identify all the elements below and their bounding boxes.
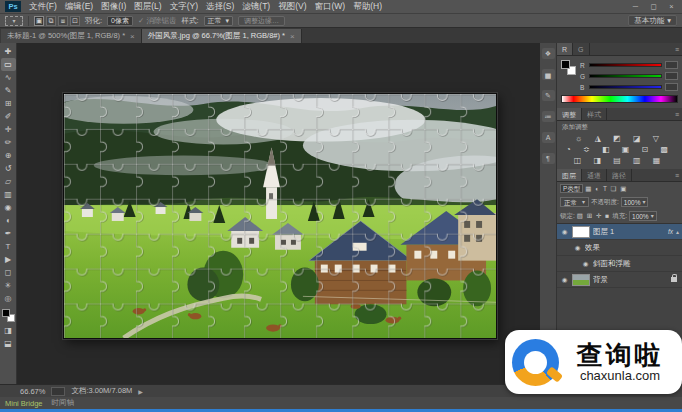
panel-menu-icon[interactable]: ≡	[675, 43, 682, 55]
zoom-tool[interactable]: ◎	[1, 292, 16, 305]
workspace-switcher[interactable]: 基本功能 ▾	[628, 15, 677, 26]
blue-value-box[interactable]	[665, 83, 678, 91]
tab-layers[interactable]: 图层	[557, 169, 582, 181]
path-selection-tool[interactable]: ▶	[1, 253, 16, 266]
brush-panel-icon[interactable]: ✎	[542, 90, 555, 101]
document-canvas[interactable]	[63, 93, 497, 339]
quick-selection-tool[interactable]: ✎	[1, 84, 16, 97]
layer-row-background[interactable]: ◉ 背景	[557, 272, 682, 288]
gradient-tool[interactable]: ▥	[1, 188, 16, 201]
blur-tool[interactable]: ◉	[1, 201, 16, 214]
layer-fx-badge[interactable]: fx	[668, 228, 673, 235]
menu-type[interactable]: 文字(Y)	[170, 1, 198, 13]
green-value-box[interactable]	[665, 72, 678, 80]
lock-icons[interactable]: ▨ ⊞ ✛ ■	[577, 212, 610, 220]
tab-color-panel[interactable]: R	[557, 43, 573, 55]
layer-thumbnail[interactable]	[572, 226, 590, 238]
menu-edit[interactable]: 编辑(E)	[65, 1, 93, 13]
adjustment-icons-row-2[interactable]: ◔ ≎ ◧ ▣ ⊡ ▩	[557, 144, 682, 155]
healing-brush-tool[interactable]: ✛	[1, 123, 16, 136]
minimize-button[interactable]: ─	[630, 2, 641, 11]
layer-row-layer1[interactable]: ◉ 图层 1 fx ▴	[557, 224, 682, 240]
background-layer-thumbnail[interactable]	[572, 274, 590, 286]
visibility-eye-icon[interactable]: ◉	[573, 244, 582, 252]
feather-input[interactable]: 0像素	[107, 16, 133, 26]
intersect-selection-button[interactable]: ⊡	[70, 16, 80, 26]
tab-close-icon[interactable]: ×	[130, 32, 135, 41]
histogram-panel-icon[interactable]: ▅	[542, 69, 555, 80]
paragraph-panel-icon[interactable]: ¶	[542, 153, 555, 164]
tab-timeline[interactable]: 时间轴	[52, 398, 75, 408]
refine-edge-button[interactable]: 调整边缘…	[238, 16, 285, 26]
blue-slider[interactable]	[589, 85, 662, 89]
green-slider[interactable]	[589, 74, 662, 78]
antialias-checkbox[interactable]: ✓ 消除锯齿	[138, 16, 176, 26]
panel-color-swatches[interactable]	[561, 60, 576, 75]
layer-name[interactable]: 图层 1	[593, 227, 665, 237]
subtract-selection-button[interactable]: ⧈	[58, 16, 68, 26]
canvas-area[interactable]	[17, 43, 540, 384]
layer-filter-icons[interactable]: ▦ ◐ T ❏ ▣	[585, 185, 627, 193]
tab-styles[interactable]: 样式	[582, 108, 607, 120]
menu-file[interactable]: 文件(F)	[29, 1, 57, 13]
tab-channels[interactable]: 通道	[582, 169, 607, 181]
red-value-box[interactable]	[665, 61, 678, 69]
tab-close-icon[interactable]: ×	[290, 32, 295, 41]
red-slider[interactable]	[589, 63, 662, 67]
history-brush-tool[interactable]: ↺	[1, 162, 16, 175]
menu-select[interactable]: 选择(S)	[206, 1, 234, 13]
type-tool[interactable]: T	[1, 240, 16, 253]
layer-row-bevel-emboss[interactable]: ◉ 斜面和浮雕	[557, 256, 682, 272]
lasso-tool[interactable]: ∿	[1, 71, 16, 84]
style-select[interactable]: 正常 ▾	[204, 16, 234, 26]
opacity-value[interactable]: 100% ▾	[621, 197, 649, 207]
tab-untitled-1[interactable]: 未标题-1 @ 500%(图层 1, RGB/8) * ×	[1, 29, 142, 43]
blend-mode-select[interactable]: 正常 ▾	[560, 197, 589, 207]
menu-view[interactable]: 视图(V)	[278, 1, 306, 13]
menu-help[interactable]: 帮助(H)	[353, 1, 382, 13]
brush-tool[interactable]: ✏	[1, 136, 16, 149]
crop-tool[interactable]: ⊞	[1, 97, 16, 110]
collapse-effects-icon[interactable]: ▴	[676, 228, 679, 235]
history-panel-icon[interactable]: ❖	[542, 48, 555, 59]
panel-menu-icon[interactable]: ≡	[675, 108, 682, 120]
layer-name[interactable]: 背景	[593, 275, 666, 285]
close-button[interactable]: ×	[666, 2, 677, 11]
marquee-tool-preset-icon[interactable]: ▾	[5, 16, 23, 26]
foreground-color-swatch[interactable]	[2, 309, 10, 317]
pen-tool[interactable]: ✒	[1, 227, 16, 240]
foreground-color-swatch[interactable]	[561, 60, 570, 69]
rectangular-marquee-tool[interactable]: ▭	[1, 58, 16, 71]
restore-button[interactable]: ◻	[648, 2, 659, 11]
character-panel-icon[interactable]: A	[542, 132, 555, 143]
eyedropper-tool[interactable]: ✐	[1, 110, 16, 123]
menu-image[interactable]: 图像(I)	[101, 1, 126, 13]
eraser-tool[interactable]: ▱	[1, 175, 16, 188]
menu-layer[interactable]: 图层(L)	[134, 1, 161, 13]
screen-mode-button[interactable]: ⬓	[1, 337, 16, 350]
hand-tool[interactable]: ✳	[1, 279, 16, 292]
tab-adjustments[interactable]: 调整	[557, 108, 582, 120]
clone-source-panel-icon[interactable]: ≔	[542, 111, 555, 122]
menu-filter[interactable]: 滤镜(T)	[242, 1, 270, 13]
adjustment-icons-row-3[interactable]: ◫ ◨ ▤ ▥ ▦	[557, 155, 682, 166]
visibility-eye-icon[interactable]: ◉	[560, 228, 569, 236]
visibility-eye-icon[interactable]: ◉	[560, 276, 569, 284]
shape-tool[interactable]: ◻	[1, 266, 16, 279]
status-flyout-icon[interactable]: ▶	[138, 388, 143, 395]
move-tool[interactable]: ✚	[1, 45, 16, 58]
tab-foreign-landscape[interactable]: 外国风景.jpg @ 66.7%(图层 1, RGB/8#) * ×	[142, 29, 302, 43]
filter-kind-select[interactable]: P类型	[560, 184, 583, 193]
visibility-eye-icon[interactable]: ◉	[581, 260, 590, 268]
quick-mask-button[interactable]: ◨	[1, 324, 16, 337]
tab-swatches-panel[interactable]: G	[573, 43, 589, 55]
panel-menu-icon[interactable]: ≡	[675, 169, 682, 181]
zoom-level[interactable]: 66.67%	[20, 387, 45, 396]
color-spectrum-ramp[interactable]	[561, 95, 678, 103]
dodge-tool[interactable]: ◖	[1, 214, 16, 227]
adjustment-icons-row-1[interactable]: ☼ ◮ ◩ ◪ ▽	[557, 133, 682, 144]
tab-paths[interactable]: 路径	[607, 169, 632, 181]
fill-value[interactable]: 100% ▾	[629, 211, 657, 221]
tab-mini-bridge[interactable]: Mini Bridge	[5, 399, 43, 408]
menu-window[interactable]: 窗口(W)	[315, 1, 346, 13]
